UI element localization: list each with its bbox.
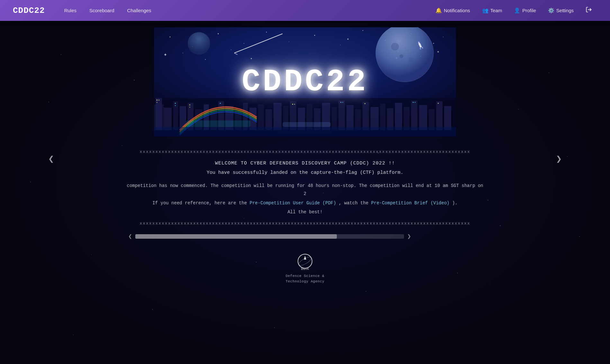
svg-rect-89 bbox=[340, 102, 341, 103]
svg-rect-40 bbox=[164, 108, 172, 130]
svg-text:✦: ✦ bbox=[347, 37, 349, 41]
scroll-container: ❮ ❯ bbox=[125, 232, 414, 240]
svg-text:DSTA: DSTA bbox=[301, 267, 309, 271]
svg-rect-79 bbox=[157, 100, 157, 101]
svg-point-30 bbox=[188, 32, 210, 55]
svg-point-2 bbox=[170, 37, 170, 37]
svg-rect-62 bbox=[338, 101, 345, 130]
svg-rect-78 bbox=[283, 122, 331, 127]
separator-bottom: xxxxxxxxxxxxxxxxxxxxxxxxxxxxxxxxxxxxxxxx… bbox=[125, 221, 485, 226]
nav-profile[interactable]: 👤 Profile bbox=[509, 0, 541, 21]
notifications-label: Notifications bbox=[444, 8, 470, 13]
reference-mid: , watch the bbox=[339, 200, 371, 206]
svg-rect-86 bbox=[220, 103, 221, 104]
svg-point-10 bbox=[363, 30, 363, 31]
profile-icon: 👤 bbox=[514, 7, 520, 13]
settings-icon: ⚙️ bbox=[548, 7, 554, 13]
hero-banner-inner: ✦ ✦ ✦ ✦ ✦ bbox=[154, 27, 456, 137]
dsta-logo-svg: DSTA bbox=[292, 253, 318, 272]
best-wishes-text: All the best! bbox=[125, 209, 485, 215]
svg-rect-92 bbox=[413, 102, 414, 103]
svg-point-14 bbox=[183, 53, 183, 53]
nav-scoreboard[interactable]: Scoreboard bbox=[83, 0, 121, 21]
svg-rect-61 bbox=[332, 107, 337, 130]
svg-rect-54 bbox=[274, 103, 282, 130]
svg-rect-65 bbox=[363, 102, 369, 130]
team-icon: 👥 bbox=[482, 7, 489, 13]
carousel-prev-button[interactable]: ❮ bbox=[48, 153, 54, 164]
reference-before: If you need reference, here are the bbox=[152, 200, 249, 206]
nav-rules[interactable]: Rules bbox=[58, 0, 83, 21]
scroll-right-button[interactable]: ❯ bbox=[404, 232, 414, 240]
svg-rect-84 bbox=[189, 104, 190, 105]
svg-rect-81 bbox=[157, 102, 157, 103]
main-content: ❮ bbox=[0, 21, 610, 296]
scrollbar-thumb[interactable] bbox=[135, 234, 337, 239]
svg-rect-87 bbox=[292, 104, 293, 105]
subtitle-text: You have successfully landed on the capt… bbox=[125, 170, 485, 175]
scroll-left-button[interactable]: ❮ bbox=[125, 232, 135, 240]
svg-point-8 bbox=[314, 35, 315, 36]
svg-rect-67 bbox=[380, 104, 385, 130]
svg-point-9 bbox=[340, 45, 341, 45]
svg-point-27 bbox=[391, 43, 399, 50]
svg-rect-83 bbox=[175, 105, 176, 106]
profile-label: Profile bbox=[522, 8, 536, 13]
nav-logout[interactable] bbox=[580, 0, 597, 21]
svg-rect-82 bbox=[175, 103, 176, 104]
svg-rect-75 bbox=[444, 106, 451, 130]
logout-icon bbox=[586, 6, 592, 14]
bell-icon: 🔔 bbox=[435, 7, 442, 13]
carousel-next-button[interactable]: ❯ bbox=[556, 153, 562, 164]
team-label: Team bbox=[490, 8, 502, 13]
nav-settings[interactable]: ⚙️ Settings bbox=[543, 0, 579, 21]
svg-rect-70 bbox=[404, 107, 409, 130]
welcome-heading: WELCOME TO CYBER DEFENDERS DISCOVERY CAM… bbox=[125, 161, 485, 166]
svg-point-15 bbox=[205, 59, 206, 60]
dsta-section: DSTA Defence Science & Technology Agency bbox=[286, 253, 325, 283]
scrollbar-track[interactable] bbox=[135, 234, 404, 239]
video-brief-link[interactable]: Pre-Competition Brief (Video) bbox=[371, 200, 450, 206]
hero-title: CDDC22 bbox=[242, 65, 368, 100]
svg-rect-88 bbox=[294, 104, 295, 105]
nav-notifications[interactable]: 🔔 Notifications bbox=[430, 0, 475, 21]
svg-rect-72 bbox=[419, 105, 427, 130]
brand-logo[interactable]: CDDC22 bbox=[13, 6, 45, 15]
text-section: xxxxxxxxxxxxxxxxxxxxxxxxxxxxxxxxxxxxxxxx… bbox=[112, 149, 498, 240]
svg-point-28 bbox=[408, 57, 414, 62]
navbar-right: 🔔 Notifications 👥 Team 👤 Profile ⚙️ Sett… bbox=[430, 0, 597, 21]
pdf-guide-link[interactable]: Pre-Competition User Guide (PDF) bbox=[250, 200, 336, 206]
svg-rect-52 bbox=[258, 104, 264, 130]
dsta-footer-text1: Defence Science & bbox=[286, 274, 325, 278]
svg-rect-90 bbox=[342, 102, 343, 103]
svg-rect-69 bbox=[395, 103, 402, 130]
svg-rect-93 bbox=[415, 102, 416, 103]
svg-point-7 bbox=[289, 41, 289, 42]
nav-links: Rules Scoreboard Challenges bbox=[58, 0, 430, 21]
svg-rect-51 bbox=[249, 108, 256, 130]
svg-rect-76 bbox=[154, 127, 456, 137]
dsta-footer-text2: Technology Agency bbox=[286, 280, 325, 283]
svg-rect-80 bbox=[158, 100, 159, 101]
navbar: CDDC22 Rules Scoreboard Challenges 🔔 Not… bbox=[0, 0, 610, 21]
reference-after: ). bbox=[452, 200, 458, 206]
svg-point-5 bbox=[244, 43, 244, 44]
competition-description: competition has now commenced. The compe… bbox=[125, 182, 485, 198]
svg-rect-77 bbox=[186, 120, 250, 127]
svg-rect-71 bbox=[411, 101, 417, 130]
svg-point-16 bbox=[231, 49, 231, 50]
svg-point-19 bbox=[443, 37, 443, 37]
svg-rect-63 bbox=[346, 105, 354, 130]
svg-text:✦: ✦ bbox=[164, 51, 167, 58]
svg-rect-94 bbox=[438, 103, 439, 104]
hero-banner: ✦ ✦ ✦ ✦ ✦ bbox=[154, 27, 456, 137]
svg-point-4 bbox=[218, 33, 219, 34]
nav-challenges[interactable]: Challenges bbox=[121, 0, 158, 21]
svg-point-29 bbox=[399, 54, 403, 58]
nav-team[interactable]: 👥 Team bbox=[477, 0, 507, 21]
svg-point-13 bbox=[433, 43, 434, 44]
separator-top: xxxxxxxxxxxxxxxxxxxxxxxxxxxxxxxxxxxxxxxx… bbox=[125, 149, 485, 154]
svg-rect-68 bbox=[387, 108, 393, 130]
svg-point-6 bbox=[266, 32, 267, 32]
dsta-logo: DSTA Defence Science & Technology Agency bbox=[286, 253, 325, 283]
